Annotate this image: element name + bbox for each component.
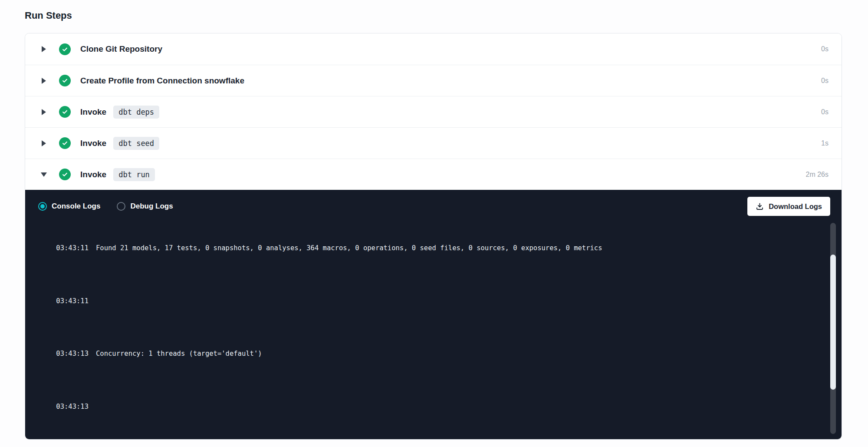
log-tab-label: Debug Logs xyxy=(130,202,173,211)
log-message: Concurrency: 1 threads (target='default'… xyxy=(96,350,262,358)
caret-icon[interactable] xyxy=(40,172,48,177)
log-message: Found 21 models, 17 tests, 0 snapshots, … xyxy=(96,244,602,252)
log-line: 03:43:11Found 21 models, 17 tests, 0 sna… xyxy=(40,235,815,262)
step-label: Invoke xyxy=(80,139,106,148)
step-duration: 1s xyxy=(821,139,829,147)
step-duration: 0s xyxy=(821,108,829,116)
download-icon xyxy=(756,202,764,211)
step-duration: 2m 26s xyxy=(806,171,829,179)
console-log: 03:43:11Found 21 models, 17 tests, 0 sna… xyxy=(40,221,815,439)
log-timestamp: 03:43:13 xyxy=(56,350,89,358)
log-line: 03:43:13Concurrency: 1 threads (target='… xyxy=(40,341,815,367)
step-command-badge: dbt deps xyxy=(113,106,159,119)
log-scrollbar-thumb[interactable] xyxy=(830,255,836,390)
step-command-badge: dbt run xyxy=(113,168,155,181)
log-line: 03:43:13 xyxy=(40,394,815,420)
step-label: Invoke xyxy=(80,107,106,117)
log-timestamp: 03:43:13 xyxy=(56,403,89,411)
success-check-icon xyxy=(59,137,71,149)
step-row[interactable]: Invoke dbt run 2m 26s xyxy=(25,159,842,190)
caret-icon[interactable] xyxy=(40,78,48,84)
tab-debug-logs[interactable]: Debug Logs xyxy=(117,202,173,211)
step-row[interactable]: Clone Git Repository 0s xyxy=(25,33,842,65)
success-check-icon xyxy=(59,106,71,118)
caret-icon[interactable] xyxy=(40,109,48,115)
steps-card: Clone Git Repository 0s Create Profile f… xyxy=(25,33,842,440)
log-scrollbar-track[interactable] xyxy=(830,223,836,434)
step-label: Create Profile from Connection snowflake xyxy=(80,76,244,86)
tab-console-logs[interactable]: Console Logs xyxy=(38,202,100,211)
success-check-icon xyxy=(59,75,71,86)
radio-icon xyxy=(38,202,47,211)
step-label: Invoke xyxy=(80,170,106,179)
log-tab-label: Console Logs xyxy=(52,202,100,211)
steps-list: Clone Git Repository 0s Create Profile f… xyxy=(25,33,842,190)
step-row[interactable]: Invoke dbt deps 0s xyxy=(25,96,842,127)
step-row[interactable]: Invoke dbt seed 1s xyxy=(25,127,842,159)
success-check-icon xyxy=(59,169,71,180)
log-tabs: Console Logs Debug Logs xyxy=(38,202,173,211)
step-command-badge: dbt seed xyxy=(113,137,159,150)
log-line: 03:43:11 xyxy=(40,288,815,314)
radio-icon xyxy=(117,202,125,211)
console-panel: Console Logs Debug Logs Download Logs xyxy=(25,190,842,439)
log-timestamp: 03:43:11 xyxy=(56,244,89,252)
log-timestamp: 03:43:11 xyxy=(56,297,89,305)
console-header: Console Logs Debug Logs Download Logs xyxy=(25,190,842,221)
step-label: Clone Git Repository xyxy=(80,44,162,54)
caret-icon[interactable] xyxy=(40,140,48,146)
download-logs-button[interactable]: Download Logs xyxy=(747,197,830,216)
success-check-icon xyxy=(59,43,71,55)
page-title: Run Steps xyxy=(25,10,842,22)
step-duration: 0s xyxy=(821,77,829,85)
caret-icon[interactable] xyxy=(40,46,48,52)
step-row[interactable]: Create Profile from Connection snowflake… xyxy=(25,65,842,96)
download-button-label: Download Logs xyxy=(769,202,822,211)
console-log-area[interactable]: 03:43:11Found 21 models, 17 tests, 0 sna… xyxy=(25,221,842,439)
step-duration: 0s xyxy=(821,45,829,53)
run-steps-page: Run Steps Clone Git Repository 0s Create… xyxy=(0,0,868,447)
